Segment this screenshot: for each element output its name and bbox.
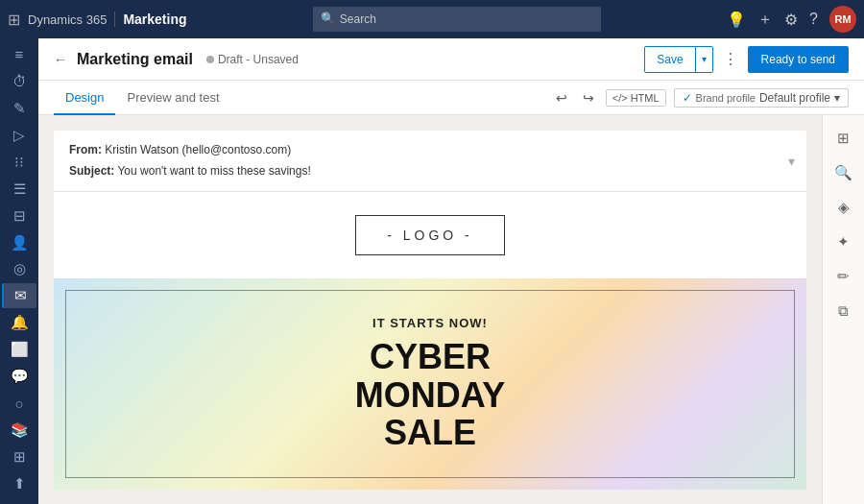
- pin-icon: ✎: [13, 100, 26, 117]
- draft-label: Draft - Unsaved: [218, 53, 299, 66]
- page-header: ← Marketing email Draft - Unsaved Save ▾…: [38, 38, 864, 81]
- right-elements-button[interactable]: ⊞: [827, 123, 861, 154]
- globe-icon: ◎: [13, 260, 26, 277]
- search-input[interactable]: [313, 7, 601, 32]
- avatar[interactable]: RM: [829, 6, 856, 33]
- plus-icon[interactable]: ＋: [757, 10, 773, 30]
- tabs-toolbar: ↩ ↪ </> HTML ✓ Brand profile Default pro…: [552, 86, 849, 109]
- sidebar-item-contacts[interactable]: ⁝⁝: [2, 150, 36, 175]
- redo-button[interactable]: ↪: [579, 86, 598, 109]
- book-icon: 📚: [11, 421, 29, 439]
- module-name: Marketing: [123, 12, 186, 27]
- brand-profile-selector[interactable]: ✓ Brand profile Default profile ▾: [674, 88, 849, 108]
- sidebar-item-pin[interactable]: ✎: [2, 96, 36, 121]
- topbar-actions: 💡 ＋ ⚙ ? RM: [727, 6, 856, 33]
- right-magic-button[interactable]: ✦: [827, 227, 861, 257]
- upload-icon: ⬆: [13, 475, 26, 492]
- right-panel: ⊞ 🔍 ◈ ✦ ✏ ⧉: [822, 115, 864, 504]
- magic-icon: ✦: [837, 233, 850, 251]
- right-diamond-button[interactable]: ◈: [827, 192, 861, 223]
- sidebar-item-filter[interactable]: ⊟: [2, 204, 36, 228]
- draft-dot: [206, 56, 214, 63]
- contacts-icon: ⁝⁝: [14, 154, 24, 171]
- right-brush-button[interactable]: ✏: [827, 261, 861, 292]
- play-icon: ▷: [13, 127, 25, 144]
- box-icon: ⬜: [11, 341, 29, 358]
- subject-value: You won't want to miss these savings!: [117, 164, 310, 178]
- sidebar-item-person[interactable]: 👤: [2, 230, 36, 255]
- meta-collapse-button[interactable]: ▾: [788, 154, 795, 169]
- lightbulb-icon[interactable]: 💡: [727, 11, 746, 29]
- topbar: ⊞ Dynamics 365 Marketing 🔍 💡 ＋ ⚙ ? RM: [0, 0, 864, 38]
- sidebar-item-box[interactable]: ⬜: [2, 337, 36, 362]
- logo-section[interactable]: - LOGO -: [54, 192, 806, 278]
- tab-design[interactable]: Design: [54, 81, 115, 115]
- cyber-banner[interactable]: IT STARTS NOW! CYBER MONDAY SALE: [54, 278, 806, 490]
- tabs-bar: Design Preview and test ↩ ↪ </> HTML ✓ B…: [38, 81, 864, 115]
- sidebar-item-hamburger[interactable]: ≡: [2, 42, 36, 67]
- email-body: - LOGO - IT STARTS NOW! CYBER MONDAY SAL…: [54, 192, 806, 490]
- sidebar-item-bell[interactable]: 🔔: [2, 310, 36, 335]
- grid-icon: ⊞: [13, 448, 26, 466]
- banner-subtitle: IT STARTS NOW!: [355, 316, 506, 330]
- logo-box: - LOGO -: [355, 215, 505, 255]
- brand-profile-label: Brand profile: [696, 92, 756, 104]
- sidebar-item-play[interactable]: ▷: [2, 123, 36, 148]
- left-sidebar: ≡ ⏱ ✎ ▷ ⁝⁝ ☰ ⊟ 👤 ◎ ✉ 🔔 ⬜ 💬 ○ 📚 ⊞ ⬆: [0, 38, 38, 504]
- filter-icon: ⊟: [13, 207, 26, 225]
- email-meta: From: Kristin Watson (hello@contoso.com)…: [54, 131, 806, 192]
- app-grid-icon[interactable]: ⊞: [8, 11, 20, 29]
- elements-icon: ⊞: [837, 130, 850, 147]
- help-icon[interactable]: ?: [809, 11, 818, 28]
- circle-icon: ○: [14, 396, 23, 412]
- content-area: ← Marketing email Draft - Unsaved Save ▾…: [38, 38, 864, 504]
- sidebar-item-book[interactable]: 📚: [2, 418, 36, 443]
- right-layers-button[interactable]: ⧉: [827, 296, 861, 326]
- sidebar-item-grid[interactable]: ⊞: [2, 444, 36, 469]
- ready-to-send-button[interactable]: Ready to send: [748, 46, 849, 73]
- brand-divider: [114, 12, 115, 27]
- hamburger-icon: ≡: [15, 46, 24, 62]
- html-button[interactable]: </> HTML: [606, 89, 666, 107]
- save-button-group: Save ▾: [644, 46, 712, 73]
- email-canvas[interactable]: From: Kristin Watson (hello@contoso.com)…: [38, 115, 822, 504]
- bell-icon: 🔔: [11, 314, 29, 331]
- brand-area: Dynamics 365 Marketing: [28, 12, 187, 27]
- app-name: Dynamics 365: [28, 12, 107, 27]
- sidebar-item-list[interactable]: ☰: [2, 177, 36, 202]
- settings-icon[interactable]: ⚙: [784, 11, 798, 29]
- brush-icon: ✏: [837, 268, 850, 285]
- layers-icon: ⧉: [838, 302, 849, 320]
- sidebar-item-chat[interactable]: 💬: [2, 364, 36, 389]
- back-button[interactable]: ←: [54, 52, 67, 67]
- sidebar-item-upload[interactable]: ⬆: [2, 471, 36, 496]
- tabs-list: Design Preview and test: [54, 81, 552, 114]
- sidebar-item-circle[interactable]: ○: [2, 391, 36, 416]
- search-content-icon: 🔍: [834, 164, 852, 181]
- main-layout: ≡ ⏱ ✎ ▷ ⁝⁝ ☰ ⊟ 👤 ◎ ✉ 🔔 ⬜ 💬 ○ 📚 ⊞ ⬆ ← Mar…: [0, 38, 864, 504]
- draft-status: Draft - Unsaved: [206, 53, 299, 66]
- diamond-icon: ◈: [838, 199, 850, 216]
- recent-icon: ⏱: [12, 73, 27, 89]
- tab-preview[interactable]: Preview and test: [115, 81, 230, 115]
- brand-profile-value: Default profile: [759, 91, 830, 105]
- more-options-button[interactable]: ⋮: [717, 46, 744, 72]
- subject-line: Subject: You won't want to miss these sa…: [69, 161, 791, 182]
- sidebar-item-email[interactable]: ✉: [2, 283, 36, 308]
- person-icon: 👤: [11, 234, 29, 252]
- brand-check-icon: ✓: [683, 91, 692, 105]
- undo-button[interactable]: ↩: [552, 86, 571, 109]
- page-title: Marketing email: [77, 51, 193, 68]
- from-line: From: Kristin Watson (hello@contoso.com): [69, 140, 791, 161]
- list-icon: ☰: [13, 180, 26, 198]
- subject-label: Subject:: [69, 164, 114, 178]
- email-icon: ✉: [14, 287, 27, 304]
- save-dropdown-button[interactable]: ▾: [695, 47, 712, 72]
- right-search-button[interactable]: 🔍: [827, 157, 861, 188]
- search-wrap: 🔍: [313, 7, 601, 32]
- sidebar-item-globe[interactable]: ◎: [2, 257, 36, 282]
- header-actions: Save ▾ ⋮ Ready to send: [644, 46, 849, 73]
- sidebar-item-recent[interactable]: ⏱: [2, 69, 36, 94]
- save-button[interactable]: Save: [645, 47, 694, 72]
- chat-icon: 💬: [11, 368, 29, 385]
